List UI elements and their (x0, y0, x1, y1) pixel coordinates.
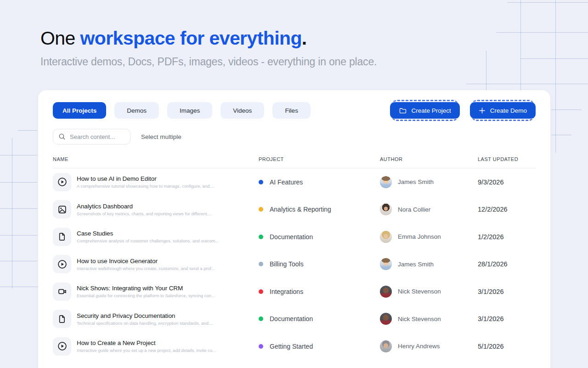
search-icon (58, 133, 66, 142)
avatar (380, 203, 392, 215)
row-title: How to Create a New Project (77, 339, 216, 346)
table-row[interactable]: Security and Privacy Documentation Techn… (53, 305, 536, 333)
filter-pills: All Projects Demos Images Videos Files (53, 102, 311, 119)
project-color-dot (259, 207, 263, 212)
plus-icon (479, 107, 486, 114)
create-project-button[interactable]: Create Project (390, 102, 459, 119)
author-name: James Smith (398, 261, 434, 268)
author-name: Nick Stevenson (398, 316, 441, 322)
row-description: Interactive guide where you set up a new… (77, 348, 216, 353)
last-updated-value: 9/3/2026 (478, 178, 536, 186)
project-label: Billing Tools (270, 260, 304, 268)
row-title: Case Studies (77, 230, 219, 237)
project-color-dot (259, 180, 263, 184)
table-row[interactable]: How to use Invoice Generator Interactive… (53, 251, 536, 278)
select-multiple-button[interactable]: Select multiple (141, 133, 181, 140)
toolbar: All Projects Demos Images Videos Files C… (53, 102, 536, 119)
row-title: Nick Shows: Integrating with Your CRM (77, 285, 215, 292)
content-table: NAME PROJECT AUTHOR LAST UPDATED How to … (53, 156, 536, 360)
filter-videos[interactable]: Videos (220, 102, 264, 119)
last-updated-value: 5/1/2026 (478, 343, 536, 350)
project-label: AI Features (270, 178, 303, 186)
hero-section: One workspace for everything. Interactiv… (40, 28, 377, 68)
last-updated-value: 1/2/2026 (478, 233, 536, 241)
project-color-dot (259, 289, 263, 294)
row-title: How to use Invoice Generator (77, 258, 215, 264)
create-demo-button[interactable]: Create Demo (470, 102, 536, 119)
file-icon (53, 228, 71, 246)
file-icon (53, 310, 71, 328)
filter-files[interactable]: Files (272, 102, 311, 119)
row-description: Screenshots of key metrics, charts, and … (77, 211, 212, 216)
project-color-dot (259, 344, 263, 349)
table-row[interactable]: Analytics Dashboard Screenshots of key m… (53, 196, 536, 224)
avatar (380, 258, 392, 270)
author-name: Nick Stevenson (398, 288, 441, 295)
project-label: Getting Started (270, 343, 313, 350)
column-header-author: AUTHOR (380, 156, 478, 162)
project-label: Documentation (270, 233, 313, 241)
folder-icon (399, 107, 407, 115)
project-color-dot (259, 235, 263, 239)
row-description: A comprehensive tutorial showcasing how … (77, 184, 215, 189)
video-camera-icon (53, 282, 71, 301)
row-title: Analytics Dashboard (77, 203, 212, 210)
row-title: Security and Privacy Documentation (77, 312, 213, 319)
project-label: Integrations (270, 288, 303, 295)
avatar (380, 231, 392, 243)
table-row[interactable]: Case Studies Comprehensive analysis of c… (53, 223, 536, 251)
last-updated-value: 12/2/2026 (478, 206, 536, 213)
row-description: Comprehensive analysis of customer chall… (77, 238, 219, 243)
author-name: Henry Andrews (398, 343, 440, 350)
project-label: Documentation (270, 315, 313, 322)
last-updated-value: 28/1/2026 (478, 260, 536, 268)
column-header-project: PROJECT (259, 156, 380, 162)
table-header: NAME PROJECT AUTHOR LAST UPDATED (53, 156, 536, 168)
filter-images[interactable]: Images (167, 102, 212, 119)
row-description: Interactive walkthrough where you create… (77, 266, 215, 271)
project-label: Analytics & Reporting (270, 206, 331, 213)
image-icon (53, 200, 71, 218)
table-row[interactable]: Nick Shows: Integrating with Your CRM Es… (53, 278, 536, 305)
workspace-card: All Projects Demos Images Videos Files C… (38, 90, 550, 368)
last-updated-value: 3/1/2026 (478, 315, 536, 322)
row-description: Technical specifications on data handlin… (77, 321, 213, 326)
avatar (380, 340, 392, 352)
filter-all-projects[interactable]: All Projects (53, 102, 106, 119)
page-title: One workspace for everything. (40, 28, 377, 49)
author-name: Emma Johnson (398, 233, 441, 240)
table-row[interactable]: How to use AI in Demo Editor A comprehen… (53, 168, 536, 196)
author-name: Nora Collier (398, 206, 430, 213)
play-icon (53, 255, 71, 273)
avatar (380, 313, 392, 325)
toolbar-actions: Create Project Create Demo (390, 102, 536, 119)
search-row: Select multiple (53, 129, 536, 144)
avatar (380, 286, 392, 298)
table-row[interactable]: How to Create a New Project Interactive … (53, 333, 536, 360)
author-name: James Smith (398, 178, 434, 185)
column-header-last-updated: LAST UPDATED (478, 156, 536, 162)
search-box (53, 129, 130, 144)
row-title: How to use AI in Demo Editor (77, 175, 215, 182)
page-subtitle: Interactive demos, Docs, PDFs, images, v… (40, 56, 377, 68)
play-icon (53, 337, 71, 356)
play-icon (53, 173, 71, 191)
filter-demos[interactable]: Demos (114, 102, 159, 119)
project-color-dot (259, 316, 263, 321)
last-updated-value: 3/1/2026 (478, 288, 536, 295)
page-title-highlight: workspace for everything (80, 28, 302, 49)
project-color-dot (259, 262, 263, 266)
column-header-name: NAME (53, 156, 259, 162)
avatar (380, 176, 392, 188)
row-description: Essential guide for connecting the platf… (77, 293, 215, 298)
